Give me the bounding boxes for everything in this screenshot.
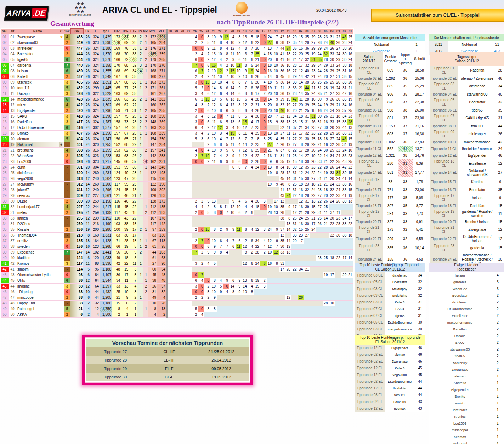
table-row[interactable]: 3030Dr.Bio2300202591,1581164622128172225… [1,199,354,204]
table-row[interactable]: 0505tiger656444263241,370166724022179265… [1,57,354,63]
column-header: TS [137,29,143,34]
round-cell: 6 [236,238,242,244]
stat-cell: 72 [121,57,129,63]
table-row[interactable]: 0607gardenia7440263241,35817068323217027… [1,63,354,68]
stat-cell: 324 [91,114,100,119]
list-item: Tipprunde 07 CLtiger6531 [355,312,425,319]
round-cell [210,193,217,199]
stat-cell: 1,432 [100,289,112,295]
table-row[interactable]: 1312mirzo4422263241,30216962221602624321… [1,102,354,108]
table-row[interactable]: 3231meles2295212591,13911743182112183205… [1,210,354,216]
table-row[interactable]: 3737ermlitz2185181641,128712815116711827… [1,238,354,244]
table-row[interactable]: 3838sweden0156161231,2686619512619500697… [1,244,354,250]
table-row[interactable]: 2019Nokturnal★-401243201,253152682911472… [1,142,354,148]
table-row[interactable]: 4142Kronios311711881,3304222111279032451… [1,261,354,267]
table-row[interactable]: 0404Boersiator2444263241,370168703821852… [1,51,354,57]
table-row[interactable]: 3939Excellence7147141021,441562692441037… [1,250,354,255]
table-row[interactable]: 2222WahnSee2395263231,223153632621422532… [1,153,354,159]
round-cell [173,51,180,57]
table-row[interactable]: 0202starwarrior032449263231,390176692821… [1,40,354,46]
round-cell: 6 [248,57,254,63]
table-row[interactable]: 1818Bronko3407263241,2561576726111682393… [1,131,354,136]
table-row[interactable]: 3434D2Chris-259112161,199103381511714213… [1,221,354,227]
table-row[interactable]: 1413BigSpender2420263241,296159713112165… [1,108,354,114]
table-row[interactable]: 1010tom.1115432262991,445165772512171261… [1,85,354,91]
table-row[interactable]: 4949Palmengel5214121,75084118135088 [1,306,354,312]
round-cell: 13 [310,199,317,204]
table-row[interactable]: 3333luthien-285122391,192110432210717838… [1,216,354,221]
stat-cell: 73 [121,119,129,125]
table-row[interactable]: 4040kladikon-12461201,033491886163282518… [1,255,354,261]
stat-cell: 26 [83,131,91,136]
round-cell [186,170,192,176]
round-cell: 10 [204,97,211,102]
table-row[interactable]: 1111Dacapo3428263221,3291636933161267346… [1,91,354,97]
round-cell [198,267,204,272]
table-row[interactable]: 4646_Digedag_06310441,432251032313200510… [1,289,354,295]
round-cell: 12 [267,244,273,250]
table-row[interactable]: 0303Ihrefelder0447263241,380169763312176… [1,46,354,51]
round-cell: 41 [279,187,285,193]
stat-cell: 142 [148,153,157,159]
table-row[interactable]: 1214maxperformance6423263161,33916663282… [1,97,354,102]
round-cell: 8 [273,261,279,267]
round-cell: 30 [341,57,348,63]
round-cell: 3 [223,125,229,131]
table-row[interactable]: 2828joker67-311122401,296124451810920241… [1,187,354,193]
table-row[interactable]: 2323Lou20090393263231,217145663741622310… [1,159,354,165]
round-cell: 32 [329,233,335,238]
round-cell: 2 [260,91,267,97]
table-row[interactable]: 0909utscheck3435263221,35116768331116327… [1,80,354,85]
round-cell: 4 [248,165,254,170]
sw-cell: 7 [64,250,70,255]
table-row[interactable]: 1920alemao5404263241,2471566527115425053… [1,136,354,142]
table-row[interactable]: 0806Kalle 82437263241,349167703316027724… [1,74,354,80]
stat-cell: 26 [121,250,129,255]
round-cell: 34 [304,125,310,131]
round-cell: 12 [273,250,279,255]
table-row[interactable]: 2121preisfuchs4398263161,259153623021572… [1,148,354,153]
table-row[interactable]: 4747minicooper2536441,205219214942229122… [1,295,354,301]
table-row[interactable]: 4445UliTs68612641,3443411713848640849691… [1,278,354,284]
table-row[interactable]: 4241simbim-1145961,188481536054172022342… [1,267,354,272]
round-cell [167,250,173,255]
stat-cell: 37 [129,159,137,165]
round-cell [260,301,267,306]
stat-cell: 18 [121,255,129,261]
table-row[interactable]: 3636ThomasD84-21381601,33183301783130123… [1,233,354,238]
round-cell: 23 [254,125,260,131]
table-row[interactable]: 2727McMurphy-312142601,20011755231221901… [1,182,354,187]
stat-cell: 11 [129,261,137,267]
round-cell [341,261,348,267]
round-cell [260,216,267,221]
table-row[interactable]: 3132Lumberjack774297222441,2171154522111… [1,204,354,210]
round-cell: 39 [341,170,348,176]
round-cell: 13 [267,165,273,170]
table-row[interactable]: 1717Dr.UdoBroemme6416243021,377157742811… [1,125,354,131]
table-row[interactable]: 5050AKKA26241,5002114224 [1,312,354,318]
table-row[interactable]: 3535Rosalie2256192001,280100391721971592… [1,227,354,233]
table-row[interactable]: 4343Oberschwester Lydia0936841,107361751… [1,272,354,278]
round-cell [279,221,285,227]
round-cell: 27 [310,40,317,46]
round-cell: 18 [285,51,291,57]
total-points: 297 [70,204,83,210]
table-row[interactable]: 2525diclofenac-320142601,231124492311221… [1,170,354,176]
round-cell: 0 [204,85,211,91]
table-row[interactable]: 2424curth-391203041,28615159301143248667… [1,165,354,170]
table-row[interactable]: 0101Zwergnase★4463263241,429173813622172… [1,34,354,40]
table-row[interactable]: 2626vega2000-313122401,30412347201151984… [1,176,354,182]
table-row[interactable]: 0708heisan6439263241,3551686934411682716… [1,68,354,74]
table-row[interactable]: 4848Happy End-382321,188156210282810 [1,301,354,306]
round-cell: 24 [310,227,317,233]
round-cell: 11 [210,119,217,125]
round-cell: 7 [192,250,198,255]
table-row[interactable]: 1515SAKU3418263241,290157752912168250343… [1,114,354,119]
list-item: Nokturnal1 [355,41,425,48]
table-row[interactable]: 1616Radelfan3417263241,28715873282214826… [1,119,354,125]
round-cell [310,301,317,306]
table-row[interactable]: 2929neemax-309122271,3611214621112618343… [1,193,354,199]
table-row[interactable]: 4544imagine38312641,29733134226573021050… [1,284,354,289]
round-cell: 23 [310,125,317,131]
round-cell [304,295,310,301]
